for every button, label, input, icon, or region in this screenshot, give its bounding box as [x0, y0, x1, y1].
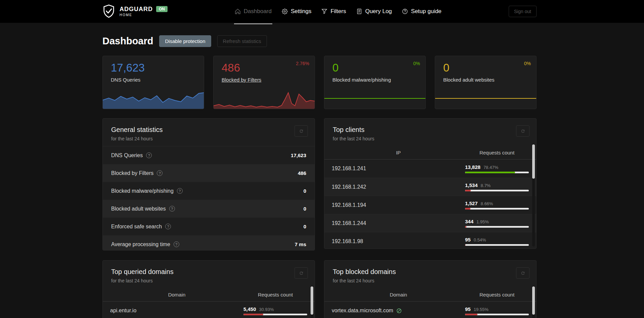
- client-row: 192.168.1.98 950.54%: [324, 232, 536, 249]
- main-nav: Dashboard Settings Filters Query Log: [235, 0, 442, 23]
- dns-queries-label: DNS Queries: [111, 77, 140, 83]
- blocked-filters-card: 486 2.76% Blocked by Filters: [213, 56, 315, 109]
- blocked-adult-label: Blocked adult websites: [443, 77, 495, 83]
- card-subtitle: for the last 24 hours: [111, 136, 306, 141]
- refresh-statistics-button[interactable]: Refresh statistics: [217, 35, 267, 47]
- help-icon[interactable]: ?: [174, 241, 179, 247]
- nav-dashboard[interactable]: Dashboard: [235, 0, 272, 23]
- client-row: 192.168.1.244 3441.95%: [324, 214, 536, 232]
- refresh-card-button[interactable]: [516, 125, 530, 137]
- column-requests-count: Requests count: [465, 292, 529, 298]
- stat-value: 486: [298, 170, 306, 176]
- blocked-adult-card: 0 0% Blocked adult websites: [435, 56, 537, 109]
- stat-label: Blocked adult websites: [111, 206, 166, 212]
- client-ip[interactable]: 192.168.1.244: [332, 220, 366, 226]
- stat-label: Enforced safe search: [111, 224, 162, 230]
- stats-row: Blocked adult websites? 0: [103, 200, 315, 218]
- top-queried-domains-card: Top queried domains for the last 24 hour…: [102, 260, 315, 318]
- scrollbar-thumb[interactable]: [532, 286, 535, 315]
- nav-query-log[interactable]: Query Log: [356, 0, 392, 23]
- blocked-filters-percent: 2.76%: [296, 61, 309, 66]
- progress-bar: [465, 190, 529, 191]
- nav-label: Setup guide: [411, 8, 442, 15]
- adguard-logo[interactable]: ADGUARD ON HOME: [102, 4, 168, 18]
- progress-bar: [465, 208, 529, 210]
- blocked-adult-value: 0: [443, 61, 449, 74]
- client-ip[interactable]: 192.168.1.241: [332, 166, 366, 172]
- blocked-malware-percent: 0%: [413, 61, 420, 66]
- nav-filters[interactable]: Filters: [321, 0, 346, 23]
- help-icon[interactable]: ?: [157, 170, 163, 176]
- request-count: 95: [465, 306, 471, 312]
- nav-settings[interactable]: Settings: [282, 0, 311, 23]
- client-row: 192.168.1.241 13,82878.47%: [324, 160, 536, 178]
- stat-value: 7 ms: [295, 241, 306, 247]
- help-icon[interactable]: ?: [146, 152, 152, 158]
- request-count: 5,450: [243, 306, 256, 312]
- domain-name[interactable]: vortex.data.microsoft.com: [332, 308, 402, 314]
- stat-value: 0: [304, 206, 306, 212]
- stats-row: Enforced safe search? 0: [103, 218, 315, 235]
- scrollbar[interactable]: [532, 286, 535, 318]
- stat-cards-row: 17,623 DNS Queries 486 2.76% Blocked by …: [102, 56, 537, 109]
- log-book-icon: [356, 8, 362, 14]
- card-title: Top clients: [333, 126, 528, 134]
- client-ip[interactable]: 192.168.1.98: [332, 238, 363, 244]
- nav-label: Dashboard: [244, 8, 272, 15]
- progress-bar: [465, 172, 529, 173]
- column-ip: IP: [332, 150, 465, 155]
- client-ip[interactable]: 192.168.1.194: [332, 202, 366, 208]
- stats-row: Blocked by Filters? 486: [103, 164, 315, 182]
- scrollbar-thumb[interactable]: [532, 144, 535, 179]
- card-subtitle: for the last 24 hours: [333, 278, 528, 283]
- top-clients-card: Top clients for the last 24 hours IP Req…: [324, 118, 537, 249]
- blocked-malware-sparkline: [324, 98, 425, 99]
- funnel-icon: [321, 8, 327, 14]
- request-count: 13,828: [465, 164, 480, 170]
- progress-bar: [243, 314, 307, 315]
- help-icon[interactable]: ?: [177, 188, 183, 194]
- request-percent: 78.47%: [484, 165, 498, 170]
- disable-protection-button[interactable]: Disable protection: [159, 35, 211, 47]
- client-row: 192.168.1.242 1,5348.7%: [324, 178, 536, 196]
- refresh-card-button[interactable]: [294, 125, 308, 137]
- card-title: Top queried domains: [111, 268, 306, 276]
- card-subtitle: for the last 24 hours: [333, 136, 528, 141]
- blocked-filters-value: 486: [222, 61, 240, 74]
- scrollbar[interactable]: [311, 286, 313, 318]
- blocked-adult-sparkline: [435, 98, 536, 99]
- client-row: 192.168.1.194 1,5278.66%: [324, 196, 536, 214]
- refresh-card-button[interactable]: [294, 267, 308, 279]
- table-header: Domain Requests count: [324, 288, 536, 302]
- scrollbar[interactable]: [532, 144, 535, 246]
- nav-setup-guide[interactable]: Setup guide: [402, 0, 442, 23]
- column-domain: Domain: [110, 292, 243, 298]
- client-ip[interactable]: 192.168.1.242: [332, 184, 366, 190]
- brand-name: ADGUARD: [120, 6, 153, 12]
- question-circle-icon: [402, 8, 408, 14]
- request-count: 344: [465, 219, 473, 224]
- progress-bar: [465, 244, 529, 246]
- table-header: IP Requests count: [324, 146, 536, 160]
- card-title: Top blocked domains: [333, 268, 528, 276]
- scrollbar-thumb[interactable]: [311, 286, 313, 315]
- page-title: Dashboard: [102, 36, 153, 47]
- top-blocked-domains-card: Top blocked domains for the last 24 hour…: [324, 260, 537, 318]
- stat-label: Blocked by Filters: [111, 170, 153, 176]
- nav-label: Filters: [330, 8, 346, 15]
- gear-icon: [282, 8, 288, 14]
- stat-value: 17,623: [291, 152, 306, 158]
- domain-row: vortex.data.microsoft.com 9519.55%: [324, 302, 536, 318]
- refresh-card-button[interactable]: [516, 267, 530, 279]
- help-icon[interactable]: ?: [169, 206, 175, 212]
- column-requests-count: Requests count: [243, 292, 307, 298]
- domain-name[interactable]: api.entur.io: [110, 308, 136, 314]
- stats-row: DNS Queries? 17,623: [103, 146, 315, 164]
- blocked-malware-label: Blocked malware/phishing: [332, 77, 391, 83]
- column-domain: Domain: [332, 292, 465, 298]
- column-requests-count: Requests count: [465, 150, 529, 155]
- sign-out-button[interactable]: Sign out: [509, 6, 537, 17]
- stats-row: Blocked malware/phishing? 0: [103, 182, 315, 200]
- help-icon[interactable]: ?: [165, 224, 171, 229]
- blocked-filters-link[interactable]: Blocked by Filters: [222, 77, 261, 83]
